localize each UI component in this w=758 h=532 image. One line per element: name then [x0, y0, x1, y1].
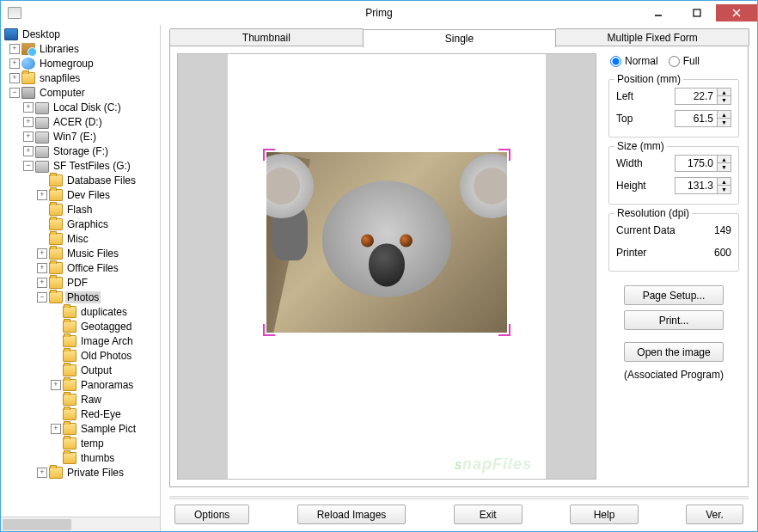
tree-item[interactable]: Flash [3, 202, 160, 217]
tree-drive-g[interactable]: −SF TestFiles (G:) [3, 158, 160, 173]
tree-snapfiles[interactable]: +snapfiles [3, 70, 160, 85]
expand-icon[interactable]: + [9, 73, 20, 83]
tree-item[interactable]: Image Arch [3, 333, 160, 348]
tree-item[interactable]: Raw [3, 392, 160, 407]
tree-item[interactable]: +Private Files [3, 465, 160, 480]
expand-icon[interactable]: + [23, 117, 34, 127]
spin-down-icon[interactable]: ▼ [718, 186, 730, 193]
exit-button[interactable]: Exit [454, 504, 523, 524]
expand-icon[interactable]: + [37, 278, 47, 288]
width-spinner[interactable]: ▲▼ [675, 155, 731, 172]
expand-icon[interactable]: + [23, 146, 34, 156]
tree-label: thumbs [79, 452, 116, 464]
collapse-icon[interactable]: − [23, 161, 34, 171]
width-input[interactable] [675, 155, 718, 172]
tree-item[interactable]: duplicates [3, 304, 160, 319]
tree-computer[interactable]: −Computer [3, 85, 160, 100]
expand-icon[interactable]: + [37, 190, 47, 200]
help-button[interactable]: Help [570, 504, 639, 524]
options-button[interactable]: Options [174, 504, 249, 524]
spin-up-icon[interactable]: ▲ [718, 111, 730, 119]
expand-icon[interactable]: + [37, 468, 47, 478]
spacer [37, 205, 47, 215]
expand-icon[interactable]: + [23, 102, 34, 113]
folder-icon [49, 248, 63, 260]
tree-photos[interactable]: −Photos [3, 290, 160, 304]
tree-item[interactable]: Red-Eye [3, 407, 160, 421]
tree-item[interactable]: thumbs [3, 450, 160, 465]
tree-item[interactable]: +Sample Pict [3, 421, 160, 436]
minimize-button[interactable] [639, 4, 677, 21]
expand-icon[interactable]: + [37, 263, 47, 273]
tab-thumbnail[interactable]: Thumbnail [169, 28, 364, 46]
spin-down-icon[interactable]: ▼ [718, 163, 730, 171]
tree-drive-f[interactable]: +Storage (F:) [3, 144, 160, 158]
tree-label: Old Photos [79, 350, 133, 362]
tree-label: ACER (D:) [52, 116, 104, 128]
tree-item[interactable]: +Office Files [3, 260, 160, 275]
print-button[interactable]: Print... [624, 310, 724, 330]
top-spinner[interactable]: ▲▼ [675, 110, 731, 127]
close-button[interactable] [716, 4, 757, 21]
tree-libraries[interactable]: +Libraries [3, 41, 160, 56]
tree-homegroup[interactable]: +Homegroup [3, 56, 160, 70]
tab-multiple[interactable]: Multiple Fixed Form [555, 28, 749, 46]
mode-full-radio[interactable]: Full [669, 55, 700, 67]
spin-up-icon[interactable]: ▲ [718, 89, 730, 96]
tree-item[interactable]: +Panoramas [3, 377, 160, 392]
tree-label: Libraries [38, 43, 81, 55]
tree-label: Graphics [65, 218, 110, 230]
tree-item[interactable]: Misc [3, 231, 160, 246]
page-setup-button[interactable]: Page Setup... [624, 285, 724, 305]
maximize-button[interactable] [677, 4, 716, 21]
height-input[interactable] [675, 177, 718, 194]
left-spinner[interactable]: ▲▼ [675, 88, 731, 105]
tree-item[interactable]: Geotagged [3, 319, 160, 333]
collapse-icon[interactable]: − [9, 88, 20, 98]
tree-item[interactable]: Old Photos [3, 348, 160, 363]
tab-single[interactable]: Single [363, 29, 557, 47]
crop-handle-bl[interactable] [263, 324, 275, 336]
reload-images-button[interactable]: Reload Images [297, 504, 407, 524]
expand-icon[interactable]: + [9, 58, 20, 69]
height-spinner[interactable]: ▲▼ [675, 177, 731, 194]
tree-item[interactable]: Graphics [3, 217, 160, 231]
expand-icon[interactable]: + [51, 424, 61, 434]
tree-desktop[interactable]: Desktop [3, 27, 160, 41]
mode-normal-radio[interactable]: Normal [610, 55, 658, 67]
tree-item[interactable]: +Music Files [3, 246, 160, 260]
horizontal-scrollbar[interactable] [1, 517, 160, 531]
spin-up-icon[interactable]: ▲ [718, 178, 730, 186]
crop-handle-tl[interactable] [263, 149, 275, 161]
spin-down-icon[interactable]: ▼ [718, 96, 730, 104]
top-input[interactable] [675, 110, 718, 127]
expand-icon[interactable]: + [9, 44, 20, 54]
expand-icon[interactable]: + [51, 380, 61, 390]
tree-item[interactable]: Output [3, 363, 160, 377]
spin-up-icon[interactable]: ▲ [718, 156, 730, 163]
preview-page[interactable]: SSnapFilesnapFiles [177, 53, 596, 480]
open-image-button[interactable]: Open the image [624, 342, 724, 362]
watermark: SSnapFilesnapFiles [455, 456, 532, 474]
tree-drive-c[interactable]: +Local Disk (C:) [3, 100, 160, 114]
expand-icon[interactable]: + [23, 131, 34, 142]
crop-handle-br[interactable] [498, 324, 510, 336]
left-input[interactable] [675, 88, 718, 105]
tree-item[interactable]: +PDF [3, 275, 160, 290]
expand-icon[interactable]: + [37, 248, 47, 259]
settings-panel: Normal Full Position (mm) Left ▲▼ Top ▲▼ [603, 46, 748, 486]
radio-normal[interactable] [610, 56, 621, 67]
spin-down-icon[interactable]: ▼ [718, 119, 730, 126]
tree-item[interactable]: temp [3, 436, 160, 450]
titlebar: Primg [1, 1, 757, 25]
version-button[interactable]: Ver. [686, 504, 743, 524]
radio-full[interactable] [669, 56, 680, 67]
preview-image[interactable] [266, 152, 507, 333]
collapse-icon[interactable]: − [37, 292, 47, 303]
folder-tree[interactable]: Desktop +Libraries +Homegroup +snapfiles… [1, 25, 160, 517]
crop-handle-tr[interactable] [498, 149, 510, 161]
tree-drive-e[interactable]: +Win7 (E:) [3, 129, 160, 144]
tree-item[interactable]: +Dev Files [3, 187, 160, 202]
tree-item[interactable]: Database Files [3, 173, 160, 187]
tree-drive-d[interactable]: +ACER (D:) [3, 114, 160, 129]
